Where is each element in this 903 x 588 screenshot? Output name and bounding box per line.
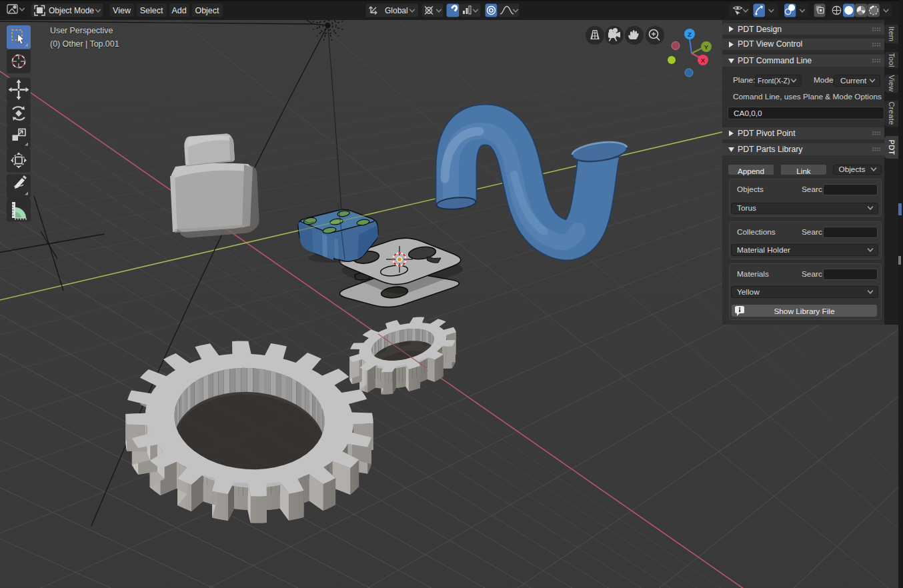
svg-text:Object Mode: Object Mode [49,6,94,15]
svg-text:Global: Global [385,6,408,15]
svg-text:View: View [113,6,131,15]
svg-text:Add: Add [171,6,186,15]
svg-text:Object: Object [195,6,219,15]
svg-text:Select: Select [140,6,163,15]
svg-text:Y: Y [704,43,709,51]
svg-text:Z: Z [688,31,692,38]
svg-text:X: X [701,57,706,64]
